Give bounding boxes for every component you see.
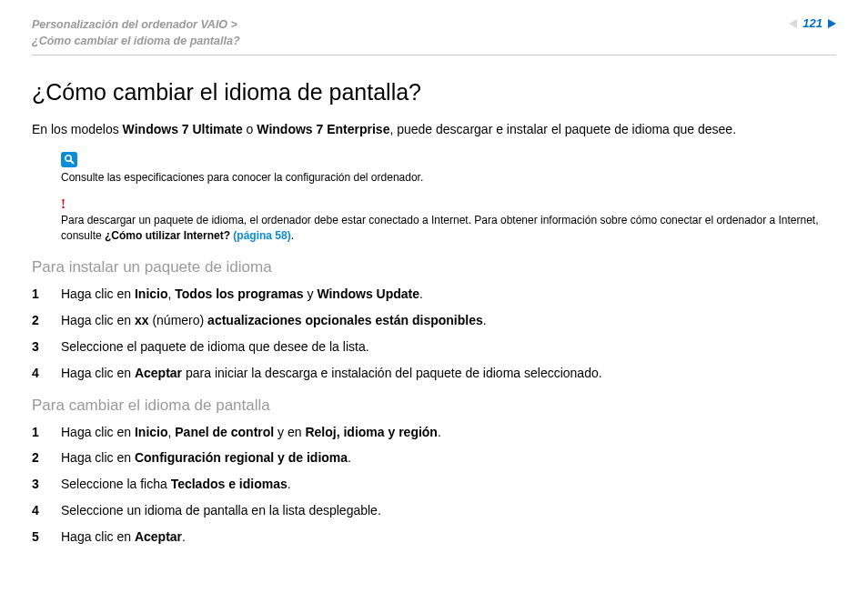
svg-line-1 xyxy=(70,160,73,163)
section-change-title: Para cambiar el idioma de pantalla xyxy=(32,397,836,415)
breadcrumb-line-2: ¿Cómo cambiar el idioma de pantalla? xyxy=(32,33,240,49)
change-steps: 1 Haga clic en Inicio, Panel de control … xyxy=(32,424,836,546)
list-item: 2 Haga clic en Configuración regional y … xyxy=(32,449,836,467)
page-title: ¿Cómo cambiar el idioma de pantalla? xyxy=(32,79,836,106)
next-page-icon[interactable] xyxy=(828,19,836,28)
list-item: 1 Haga clic en Inicio, Panel de control … xyxy=(32,424,836,441)
magnifier-icon xyxy=(61,152,77,167)
prev-page-icon[interactable] xyxy=(789,19,797,28)
page-nav: 121 xyxy=(789,16,836,30)
section-install-title: Para instalar un paquete de idioma xyxy=(32,258,836,276)
page-number: 121 xyxy=(802,16,823,30)
spec-note-text: Consulte las especificaciones para conoc… xyxy=(61,170,836,186)
intro-paragraph: En los modelos Windows 7 Ultimate o Wind… xyxy=(32,120,836,138)
spec-note: Consulte las especificaciones para conoc… xyxy=(61,152,836,186)
warning-note: ! Para descargar un paquete de idioma, e… xyxy=(61,197,836,244)
internet-link[interactable]: (página 58) xyxy=(230,229,291,242)
list-item: 3 Seleccione el paquete de idioma que de… xyxy=(32,338,836,356)
warning-text: Para descargar un paquete de idioma, el … xyxy=(61,213,836,244)
install-steps: 1 Haga clic en Inicio, Todos los program… xyxy=(32,286,836,382)
warning-icon: ! xyxy=(61,197,836,211)
list-item: 2 Haga clic en xx (número) actualizacion… xyxy=(32,312,836,329)
list-item: 3 Seleccione la ficha Teclados e idiomas… xyxy=(32,476,836,493)
list-item: 4 Haga clic en Aceptar para iniciar la d… xyxy=(32,365,836,382)
breadcrumb: Personalización del ordenador VAIO > ¿Có… xyxy=(32,16,240,49)
list-item: 4 Seleccione un idioma de pantalla en la… xyxy=(32,502,836,519)
list-item: 5 Haga clic en Aceptar. xyxy=(32,528,836,546)
page: Personalización del ordenador VAIO > ¿Có… xyxy=(0,0,868,546)
list-item: 1 Haga clic en Inicio, Todos los program… xyxy=(32,286,836,303)
page-header: Personalización del ordenador VAIO > ¿Có… xyxy=(32,16,836,55)
breadcrumb-line-1: Personalización del ordenador VAIO > xyxy=(32,16,240,33)
